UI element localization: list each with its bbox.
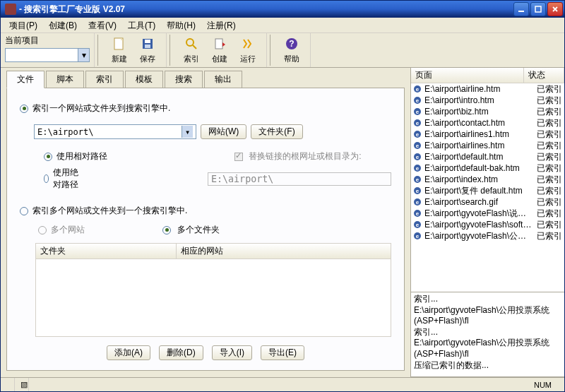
file-path: E:\airport\biz.htm [424, 107, 534, 117]
tool-new[interactable]: 新建 [105, 35, 133, 66]
app-icon [5, 4, 16, 15]
run-icon [239, 36, 256, 53]
file-row[interactable]: eE:\airport\airlines.htm已索引 [411, 140, 564, 151]
file-icon: e [412, 208, 422, 218]
file-row[interactable]: eE:\airport\default.htm已索引 [411, 151, 564, 162]
close-button[interactable] [547, 2, 563, 16]
file-row[interactable]: eE:\airport\airlines1.htm已索引 [411, 129, 564, 140]
project-label: 当前项目 [5, 35, 39, 47]
col-website[interactable]: 相应的网站 [177, 243, 391, 259]
file-list-rows[interactable]: eE:\airport\airline.htm已索引eE:\airport\in… [411, 83, 564, 292]
file-row[interactable]: eE:\airport\contact.htm已索引 [411, 117, 564, 129]
website-button[interactable]: 网站(W) [201, 124, 246, 139]
menu-help[interactable]: 帮助(H) [161, 18, 201, 32]
file-row[interactable]: eE:\airport\intro.htm已索引 [411, 95, 564, 106]
import-button[interactable]: 导入(I) [212, 345, 252, 360]
option-multi-source[interactable]: 索引多个网站或文件夹到一个搜索引擎中. [20, 205, 391, 217]
content-area: 文件 脚本 索引 模板 搜索 输出 索引一个网站或文件夹到搜索引擎中. E:\a… [1, 68, 564, 377]
tool-index[interactable]: 索引 [177, 35, 206, 66]
file-status: 已索引 [534, 174, 563, 186]
file-icon: e [412, 118, 422, 128]
tab-search[interactable]: 搜索 [165, 71, 203, 88]
file-status: 已索引 [534, 185, 563, 197]
tool-build[interactable]: 创建 [206, 35, 234, 66]
log-output[interactable]: 索引... E:\airport\gyvoteFlash\公用投票系统(ASP+… [411, 292, 564, 377]
option-single-source[interactable]: 索引一个网站或文件夹到搜索引擎中. [20, 102, 391, 114]
file-row[interactable]: eE:\airport\gyvoteFlash\说明.htm已索引 [411, 208, 564, 219]
file-status: 已索引 [534, 219, 563, 231]
help-icon: ? [283, 36, 300, 53]
svg-text:e: e [416, 131, 420, 138]
path-combo[interactable]: E:\airport\ ▾ [34, 124, 196, 139]
tab-file[interactable]: 文件 [6, 71, 44, 88]
tab-output[interactable]: 输出 [204, 71, 242, 88]
menu-project[interactable]: 项目(P) [4, 18, 43, 32]
file-path: E:\airport\airlines.htm [424, 141, 534, 150]
menu-view[interactable]: 查看(V) [83, 18, 122, 32]
svg-text:e: e [416, 165, 420, 172]
file-row[interactable]: eE:\airport\default-bak.htm已索引 [411, 162, 564, 174]
multi-list-header: 文件夹 相应的网站 [35, 243, 391, 259]
file-status: 已索引 [534, 196, 563, 208]
option-multi-folders: 多个文件夹 [162, 224, 220, 236]
col-folder[interactable]: 文件夹 [35, 243, 177, 259]
tool-help[interactable]: ? 帮助 [278, 35, 306, 66]
chevron-down-icon: ▾ [78, 49, 89, 61]
multi-list-body[interactable] [35, 259, 391, 337]
file-row[interactable]: eE:\airport\search.gif已索引 [411, 196, 564, 208]
svg-text:e: e [416, 177, 420, 183]
file-row[interactable]: eE:\airport\gyvoteFlash\softhy.ne...已索引 [411, 219, 564, 230]
menubar: 项目(P) 创建(B) 查看(V) 工具(T) 帮助(H) 注册(R) [1, 18, 564, 33]
svg-rect-1 [535, 6, 541, 12]
col-page[interactable]: 页面 [411, 68, 524, 83]
svg-point-6 [186, 39, 194, 46]
tool-save[interactable]: 保存 [133, 35, 162, 66]
tab-template[interactable]: 模板 [125, 71, 163, 88]
file-path: E:\airport\default-bak.htm [424, 163, 534, 173]
status-bar: ▧ NUM [1, 377, 564, 391]
file-row[interactable]: eE:\airport\airline.htm已索引 [411, 83, 564, 95]
svg-text:e: e [416, 143, 420, 149]
tab-index[interactable]: 索引 [85, 71, 124, 88]
menu-build[interactable]: 创建(B) [43, 18, 83, 32]
replace-root-input[interactable] [208, 172, 391, 186]
add-button[interactable]: 添加(A) [107, 345, 150, 360]
replace-root-label: 替换链接的根网址或根目录为: [249, 151, 361, 161]
radio-icon [162, 226, 171, 234]
file-row[interactable]: eE:\airport\biz.htm已索引 [411, 106, 564, 117]
file-path: E:\airport\search.gif [424, 197, 534, 207]
folder-button[interactable]: 文件夹(F) [251, 124, 302, 139]
option-absolute-path[interactable]: 使用绝对路径 [44, 167, 391, 191]
tab-script[interactable]: 脚本 [46, 71, 84, 88]
delete-button[interactable]: 删除(D) [159, 345, 203, 360]
file-icon: e [412, 220, 422, 230]
project-select[interactable]: ▾ [5, 48, 90, 62]
file-status: 已索引 [534, 106, 563, 118]
file-path: E:\airport\gyvoteFlash\公用投... [424, 230, 534, 242]
file-path: E:\airport\intro.htm [424, 95, 534, 105]
svg-text:e: e [416, 222, 420, 228]
file-path: E:\airport\gyvoteFlash\说明.htm [424, 208, 534, 220]
save-icon [139, 36, 156, 53]
file-icon: e [412, 186, 422, 196]
tool-run[interactable]: 运行 [234, 35, 262, 66]
file-row[interactable]: eE:\airport\index.htm已索引 [411, 174, 564, 185]
svg-text:e: e [416, 86, 420, 93]
option-relative-path[interactable]: 使用相对路径 替换链接的根网址或根目录为: [44, 150, 391, 162]
radio-icon [20, 105, 28, 113]
file-path: E:\airport\airlines1.htm [424, 129, 534, 139]
file-icon: e [412, 107, 422, 117]
file-icon: e [412, 152, 422, 162]
menu-register[interactable]: 注册(R) [201, 18, 242, 32]
file-icon: e [412, 95, 422, 105]
file-row[interactable]: eE:\airport\gyvoteFlash\公用投...已索引 [411, 230, 564, 242]
minimize-button[interactable] [513, 2, 529, 16]
maximize-button[interactable] [530, 2, 546, 16]
radio-icon [38, 226, 47, 234]
menu-tools[interactable]: 工具(T) [122, 18, 161, 32]
col-status[interactable]: 状态 [524, 68, 564, 83]
file-status: 已索引 [534, 162, 563, 174]
file-row[interactable]: eE:\airport\复件 default.htm已索引 [411, 185, 564, 196]
export-button[interactable]: 导出(E) [261, 345, 304, 360]
file-list-header: 页面 状态 [411, 68, 564, 83]
